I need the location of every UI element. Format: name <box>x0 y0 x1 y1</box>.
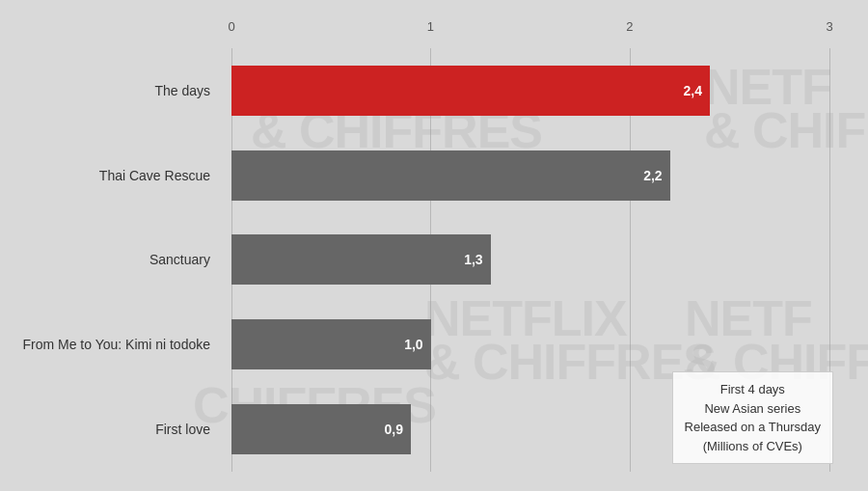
x-tick: 2 <box>626 19 633 34</box>
row-wrapper: Sanctuary1,3 <box>231 218 829 303</box>
bar-row: 1,3 <box>231 232 829 286</box>
row-wrapper: Thai Cave Rescue2,2 <box>231 133 829 218</box>
bar: 0,9 <box>231 404 411 454</box>
bar-row: 2,2 <box>231 149 829 203</box>
legend-line1: First 4 days <box>685 380 821 399</box>
legend-line4: (Millions of CVEs) <box>685 437 821 456</box>
bar: 1,0 <box>231 319 431 369</box>
bar-label: Thai Cave Rescue <box>10 168 222 183</box>
bar-label: First love <box>10 422 222 437</box>
chart-container: NETFLIX& CHIFFRESNETFLIXNETF& CHIFFINETF… <box>0 0 868 491</box>
bar-value: 1,3 <box>464 252 482 267</box>
x-tick: 3 <box>826 19 832 34</box>
legend-line3: Released on a Thursday <box>685 418 821 437</box>
bar-label: The days <box>10 83 222 98</box>
bar-value: 0,9 <box>385 422 403 437</box>
row-wrapper: The days2,4 <box>231 48 829 133</box>
x-tick: 1 <box>427 19 434 34</box>
legend-box: First 4 days New Asian series Released o… <box>672 371 833 464</box>
bar-row: 2,4 <box>231 64 829 118</box>
legend-line2: New Asian series <box>685 399 821 419</box>
bar: 2,4 <box>231 66 710 116</box>
bar-value: 1,0 <box>404 337 422 352</box>
bar-value: 2,4 <box>684 83 702 98</box>
bar-row: 1,0 <box>231 317 829 371</box>
x-axis: 0123 <box>231 19 829 42</box>
bar-label: Sanctuary <box>10 252 222 267</box>
bar-value: 2,2 <box>643 168 662 183</box>
bar: 1,3 <box>231 234 491 285</box>
x-tick: 0 <box>228 19 234 34</box>
bar: 2,2 <box>231 150 670 201</box>
bar-label: From Me to You: Kimi ni todoke <box>10 337 222 352</box>
